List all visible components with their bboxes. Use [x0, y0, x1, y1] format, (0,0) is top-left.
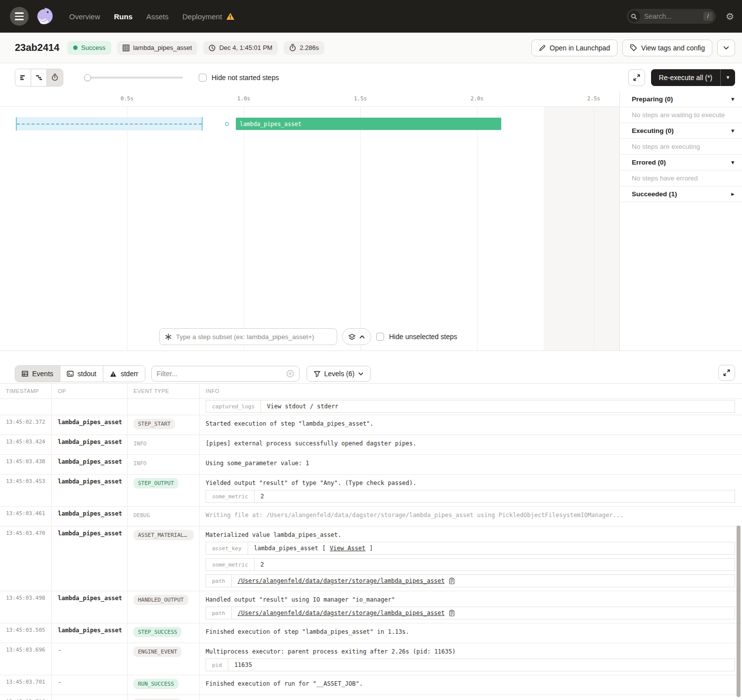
- metadata-value: 2: [255, 490, 735, 502]
- timestamp-cell[interactable]: 13:45:03.461: [0, 507, 52, 526]
- step-subset-input[interactable]: Type a step subset (ex: lambda_pipes_ass…: [159, 328, 337, 345]
- log-filter-field[interactable]: [151, 366, 300, 382]
- slider-track[interactable]: [84, 77, 183, 79]
- sidebar-empty-message: No steps have errored: [620, 171, 742, 186]
- hide-not-started-checkbox[interactable]: Hide not started steps: [199, 74, 279, 82]
- sidebar-section-executing[interactable]: Executing (0)▾: [620, 123, 742, 139]
- button-label: Open in Launchpad: [550, 44, 610, 52]
- tab-stderr[interactable]: stderr: [103, 366, 145, 382]
- log-filter-input[interactable]: [157, 370, 286, 378]
- nav-item-deployment[interactable]: Deployment: [182, 12, 235, 21]
- caret-right-icon: ▸: [731, 191, 734, 197]
- graph-query-toggle-button[interactable]: [342, 328, 371, 345]
- sidebar-section-title: Errored (0): [632, 159, 666, 166]
- sidebar-section-succeeded[interactable]: Succeeded (1)▸: [620, 186, 742, 202]
- tab-events[interactable]: Events: [15, 366, 60, 382]
- view-tags-and-config-button[interactable]: View tags and config: [622, 40, 712, 56]
- step-waiting-box: [16, 117, 203, 131]
- event-type-cell: STEP_OUTPUT: [128, 475, 200, 506]
- timestamp-cell[interactable]: 13:45:02.372: [0, 415, 52, 435]
- nav-item-label: Assets: [146, 12, 169, 21]
- checkbox-icon[interactable]: [376, 333, 384, 341]
- reexecute-all-button[interactable]: Re-execute all (*): [651, 69, 720, 86]
- metadata-link[interactable]: View Asset: [330, 545, 365, 552]
- run-tag-label: lambda_pipes_asset: [133, 44, 192, 51]
- timestamp-cell[interactable]: 13:45:03.470: [0, 526, 52, 591]
- sidebar-section-preparing[interactable]: Preparing (0)▾: [620, 91, 742, 107]
- warning-icon: [226, 12, 235, 20]
- timestamp-cell[interactable]: 13:45:03.505: [0, 623, 52, 643]
- metadata-entry: asset_keylambda_pipes_asset [View Asset]: [206, 542, 735, 555]
- gantt-zoom-slider[interactable]: [84, 74, 183, 81]
- reexecute-caret-button[interactable]: ▾: [720, 69, 735, 86]
- event-message: [pipes] external process successfully op…: [206, 438, 736, 447]
- axis-gridline: [244, 107, 244, 350]
- event-type-cell: INFO: [128, 455, 200, 474]
- log-scrollbar-thumb[interactable]: [737, 525, 741, 697]
- copy-icon[interactable]: [449, 577, 455, 584]
- gantt-step-bar[interactable]: lambda_pipes_asset: [236, 118, 501, 130]
- status-label: Success: [81, 44, 105, 51]
- sidebar-section-errored[interactable]: Errored (0)▾: [620, 155, 742, 171]
- timestamp-cell[interactable]: 13:45:03.716: [0, 695, 52, 700]
- axis-tick-label: 1.5s: [354, 95, 367, 102]
- metadata-link[interactable]: /Users/alangenfeld/data/dagster/storage/…: [238, 577, 445, 584]
- metadata-key: path: [206, 607, 232, 619]
- gear-icon[interactable]: ⚙: [726, 12, 734, 21]
- nav-item-overview[interactable]: Overview: [69, 12, 100, 21]
- log-fullscreen-icon[interactable]: [718, 365, 735, 381]
- clear-filter-icon[interactable]: [286, 370, 294, 378]
- run-tag-label: 2.286s: [300, 44, 319, 51]
- sidebar-section-title: Succeeded (1): [632, 190, 677, 198]
- metadata-value: 11635: [228, 659, 735, 671]
- nav-item-label: Runs: [114, 12, 133, 21]
- dagster-run-page: OverviewRunsAssetsDeployment Search... /…: [0, 0, 742, 700]
- timestamp-cell[interactable]: 13:45:03.498: [0, 591, 52, 623]
- levels-label: Levels (6): [324, 370, 354, 378]
- panel-splitter[interactable]: [0, 351, 742, 364]
- op-cell: [52, 399, 128, 415]
- hamburger-menu-button[interactable]: [10, 7, 29, 26]
- gantt-fullscreen-icon[interactable]: [628, 69, 645, 86]
- nav-item-assets[interactable]: Assets: [146, 12, 169, 21]
- run-tag-grid[interactable]: lambda_pipes_asset: [117, 41, 197, 55]
- slider-knob[interactable]: [84, 74, 91, 81]
- checkbox-icon[interactable]: [199, 74, 207, 82]
- run-more-actions-button[interactable]: [717, 40, 735, 56]
- tab-label: stderr: [121, 370, 138, 378]
- timing-view-icon[interactable]: [47, 69, 63, 86]
- op-cell: -: [52, 675, 128, 695]
- status-badge: Success: [67, 41, 111, 55]
- timestamp-cell[interactable]: 13:45:03.453: [0, 475, 52, 506]
- log-row: 13:45:03.696-ENGINE_EVENTMultiprocess ex…: [0, 643, 742, 675]
- levels-filter-button[interactable]: Levels (6): [306, 366, 371, 382]
- info-cell: Using some_parameter value: 1: [200, 455, 742, 474]
- log-row: 13:45:03.453lambda_pipes_assetSTEP_OUTPU…: [0, 475, 742, 507]
- waterfall-view-icon[interactable]: [31, 69, 47, 86]
- event-type-cell: DEBUG: [128, 507, 200, 526]
- event-type-cell: RUN_SUCCESS: [128, 675, 200, 695]
- open-in-launchpad-button[interactable]: Open in Launchpad: [531, 40, 617, 56]
- log-table-header: TIMESTAMPOPEVENT TYPEINFO: [0, 384, 742, 399]
- metadata-link[interactable]: /Users/alangenfeld/data/dagster/storage/…: [238, 610, 445, 616]
- search-input[interactable]: Search... /: [627, 9, 716, 24]
- hide-unselected-checkbox[interactable]: Hide unselected steps: [376, 333, 457, 341]
- tab-label: Events: [32, 370, 53, 378]
- timestamp-cell[interactable]: 13:45:03.424: [0, 435, 52, 454]
- dagster-logo-icon[interactable]: [35, 6, 55, 27]
- primary-nav: OverviewRunsAssetsDeployment: [69, 12, 235, 21]
- info-cell: Handled output "result" using IO manager…: [200, 591, 742, 623]
- nav-item-runs[interactable]: Runs: [114, 12, 133, 21]
- pencil-icon: [539, 44, 546, 51]
- flat-view-icon[interactable]: [15, 69, 31, 86]
- event-type-cell: STEP_START: [128, 415, 200, 435]
- timestamp-cell[interactable]: 13:45:03.696: [0, 643, 52, 675]
- event-type-badge: STEP_START: [133, 419, 175, 429]
- metadata-entry: path/Users/alangenfeld/data/dagster/stor…: [206, 574, 735, 587]
- timestamp-cell[interactable]: 13:45:03.438: [0, 455, 52, 474]
- tab-stdout[interactable]: stdout: [60, 366, 103, 382]
- axis-gridline: [127, 107, 128, 350]
- view-logs-link[interactable]: View stdout / stderr: [267, 403, 339, 410]
- timestamp-cell[interactable]: 13:45:03.701: [0, 675, 52, 695]
- copy-icon[interactable]: [449, 610, 455, 616]
